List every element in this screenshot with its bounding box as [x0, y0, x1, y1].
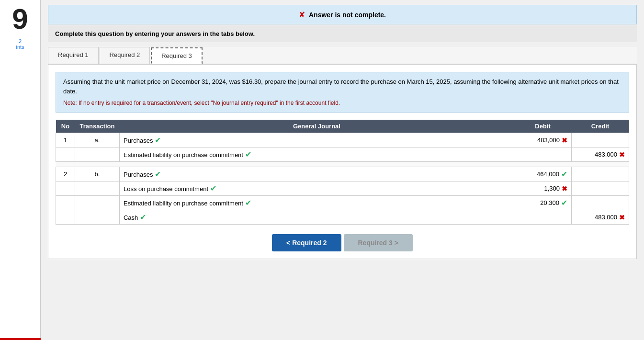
row-account: Purchases ✔ [119, 167, 514, 181]
check-icon: ✔ [140, 213, 146, 221]
row-spacer [56, 162, 629, 167]
check-icon: ✔ [245, 150, 251, 159]
col-header-journal: General Journal [119, 120, 514, 133]
row-account: Purchases ✔ [119, 133, 514, 147]
row-no: 2 [56, 167, 75, 181]
row-account: Loss on purchase commitment ✔ [119, 181, 514, 196]
instruction-text: Complete this question by entering your … [55, 30, 255, 37]
tab-required-1[interactable]: Required 1 [48, 47, 99, 64]
instruction-bar: Complete this question by entering your … [48, 25, 637, 42]
table-row: Estimated liability on purchase commitme… [56, 147, 629, 162]
main-content: ✘ Answer is not complete. Complete this … [41, 0, 644, 340]
row-credit: 483,000 ✖ [572, 210, 629, 225]
check-icon: ✔ [155, 170, 161, 178]
prev-button[interactable]: < Required 2 [272, 234, 341, 251]
description-main: Assuming that the unit market price on D… [63, 77, 621, 96]
tab-required-2[interactable]: Required 2 [100, 47, 150, 64]
description-box: Assuming that the unit market price on D… [56, 72, 629, 113]
table-row: Cash ✔ 483,000 ✖ [56, 210, 629, 225]
row-debit: 483,000 ✖ [514, 133, 572, 147]
row-transaction: a. [75, 133, 120, 147]
table-row: Loss on purchase commitment ✔ 1,300 ✖ [56, 181, 629, 196]
col-header-no: No [56, 120, 75, 133]
table-row: Estimated liability on purchase commitme… [56, 196, 629, 210]
row-debit: 464,000 ✔ [514, 167, 572, 181]
row-no: 1 [56, 133, 75, 147]
row-account: Estimated liability on purchase commitme… [119, 196, 514, 210]
table-row: 2 b. Purchases ✔ 464,000 ✔ [56, 167, 629, 181]
red-line-decoration [0, 338, 41, 340]
x-icon: ✖ [562, 136, 567, 144]
question-number: 9 [12, 5, 28, 34]
row-credit [572, 133, 629, 147]
check-icon: ✔ [210, 184, 216, 193]
row-debit: 1,300 ✖ [514, 181, 572, 196]
journal-table: No Transaction General Journal Debit Cre… [56, 120, 629, 225]
col-header-transaction: Transaction [75, 120, 120, 133]
description-note: Note: If no entry is required for a tran… [63, 99, 621, 107]
points-label: 2 ints [16, 38, 24, 50]
row-account: Cash ✔ [119, 210, 514, 225]
row-debit: 20,300 ✔ [514, 196, 572, 210]
col-header-debit: Debit [514, 120, 572, 133]
check-icon: ✔ [155, 136, 161, 144]
tab-content: Assuming that the unit market price on D… [48, 65, 637, 259]
row-credit: 483,000 ✖ [572, 147, 629, 162]
error-icon: ✘ [299, 10, 305, 19]
col-header-credit: Credit [572, 120, 629, 133]
nav-buttons: < Required 2 Required 3 > [56, 234, 629, 251]
x-icon: ✖ [619, 151, 625, 159]
tabs-container: Required 1 Required 2 Required 3 [48, 47, 637, 65]
check-icon: ✔ [245, 199, 251, 207]
row-transaction: b. [75, 167, 120, 181]
table-row: 1 a. Purchases ✔ 483,000 ✖ [56, 133, 629, 147]
x-icon: ✖ [562, 185, 567, 193]
banner-text: Answer is not complete. [309, 11, 386, 19]
check-icon: ✔ [561, 198, 567, 207]
check-icon: ✔ [561, 170, 567, 179]
row-account: Estimated liability on purchase commitme… [119, 147, 514, 162]
tab-required-3[interactable]: Required 3 [151, 47, 203, 64]
answer-banner: ✘ Answer is not complete. [48, 5, 637, 24]
sidebar: 9 2 ints [0, 0, 41, 340]
next-button: Required 3 > [344, 234, 413, 251]
x-icon: ✖ [619, 214, 625, 221]
